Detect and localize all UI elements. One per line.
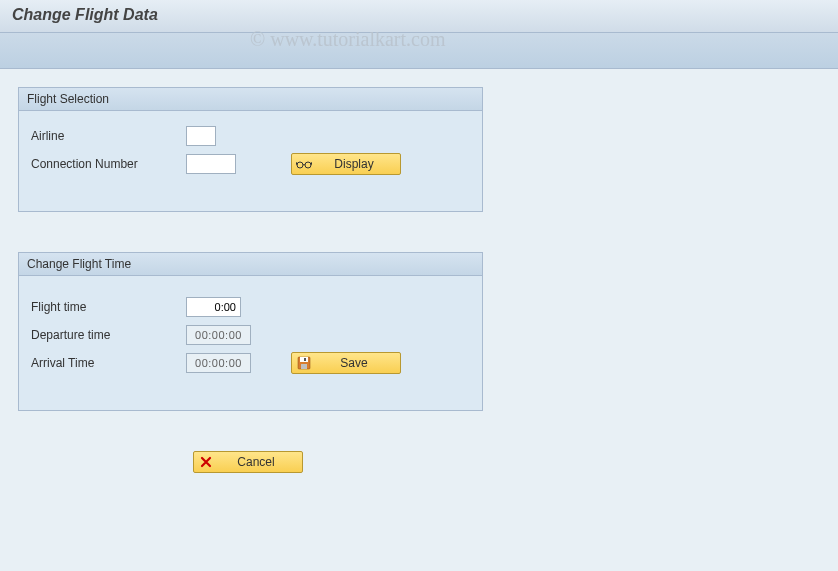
connection-number-input[interactable] [186, 154, 236, 174]
departure-time-label: Departure time [31, 328, 186, 342]
save-icon [296, 355, 312, 371]
arrival-time-label: Arrival Time [31, 356, 186, 370]
flight-selection-group: Flight Selection Airline Connection Numb… [18, 87, 483, 212]
glasses-icon [296, 156, 312, 172]
change-flight-time-group: Change Flight Time Flight time Departure… [18, 252, 483, 411]
cancel-button[interactable]: Cancel [193, 451, 303, 473]
display-button-label: Display [316, 157, 392, 171]
cancel-button-label: Cancel [218, 455, 294, 469]
flight-time-label: Flight time [31, 300, 186, 314]
arrival-time-input[interactable] [186, 353, 251, 373]
change-flight-time-header: Change Flight Time [19, 253, 482, 276]
save-button[interactable]: Save [291, 352, 401, 374]
page-title: Change Flight Data [12, 6, 826, 24]
content-area: Flight Selection Airline Connection Numb… [0, 69, 838, 491]
airline-input[interactable] [186, 126, 216, 146]
toolbar-strip [0, 33, 838, 69]
flight-time-input[interactable] [186, 297, 241, 317]
svg-point-1 [305, 162, 311, 168]
departure-time-input[interactable] [186, 325, 251, 345]
flight-selection-header: Flight Selection [19, 88, 482, 111]
airline-label: Airline [31, 129, 186, 143]
save-button-label: Save [316, 356, 392, 370]
cancel-icon [198, 454, 214, 470]
svg-rect-4 [301, 364, 307, 369]
display-button[interactable]: Display [291, 153, 401, 175]
connection-number-label: Connection Number [31, 157, 186, 171]
title-bar: Change Flight Data [0, 0, 838, 33]
svg-point-0 [297, 162, 303, 168]
svg-rect-5 [304, 358, 306, 361]
